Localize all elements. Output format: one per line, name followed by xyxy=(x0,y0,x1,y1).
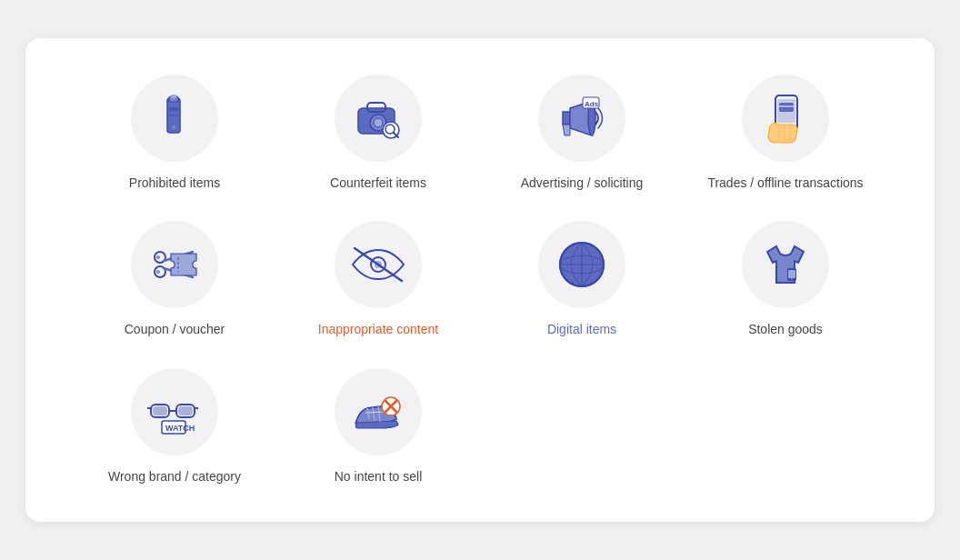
nointent-icon xyxy=(349,388,407,435)
label-trades: Trades / offline transactions xyxy=(707,175,863,193)
icon-circle-counterfeit xyxy=(335,75,422,162)
prohibited-icon xyxy=(149,91,200,145)
label-inappropriate: Inappropriate content xyxy=(318,321,438,339)
icon-circle-inappropriate xyxy=(335,221,422,308)
stolen-icon xyxy=(758,237,813,292)
icon-circle-trades xyxy=(742,75,829,162)
label-no-intent: No intent to sell xyxy=(335,468,423,486)
svg-rect-47 xyxy=(153,406,167,415)
label-prohibited-items: Prohibited items xyxy=(129,175,220,193)
svg-point-41 xyxy=(791,278,793,280)
icon-circle-prohibited xyxy=(131,75,218,162)
icon-circle-wrong-brand: WATCH xyxy=(131,368,218,455)
svg-point-26 xyxy=(156,255,160,259)
item-advertising[interactable]: Ads Advertising / soliciting xyxy=(487,75,676,193)
main-card: Prohibited items Counterfeit items xyxy=(25,38,935,523)
item-inappropriate[interactable]: Inappropriate content xyxy=(284,221,473,339)
item-no-intent[interactable]: No intent to sell xyxy=(284,368,473,486)
icon-circle-stolen xyxy=(742,221,829,308)
svg-point-5 xyxy=(172,125,175,129)
item-stolen[interactable]: Stolen goods xyxy=(691,221,880,339)
svg-text:Ads: Ads xyxy=(585,100,599,108)
item-trades[interactable]: Trades / offline transactions xyxy=(691,75,880,193)
svg-line-33 xyxy=(355,248,402,281)
trades-icon xyxy=(761,92,810,145)
label-wrong-brand: Wrong brand / category xyxy=(108,468,241,486)
svg-rect-40 xyxy=(788,270,795,278)
svg-rect-4 xyxy=(169,115,178,116)
svg-text:WATCH: WATCH xyxy=(165,424,195,433)
svg-rect-3 xyxy=(169,107,178,111)
label-advertising: Advertising / soliciting xyxy=(521,175,644,193)
label-counterfeit-items: Counterfeit items xyxy=(330,175,426,193)
item-counterfeit-items[interactable]: Counterfeit items xyxy=(284,75,473,193)
counterfeit-icon xyxy=(351,95,405,141)
svg-point-9 xyxy=(374,118,383,127)
svg-point-27 xyxy=(156,270,160,274)
wrongbrand-icon: WATCH xyxy=(145,386,204,437)
item-coupon[interactable]: Coupon / voucher xyxy=(80,221,269,339)
item-prohibited-items[interactable]: Prohibited items xyxy=(80,75,269,193)
advertising-icon: Ads xyxy=(555,94,608,143)
item-wrong-brand[interactable]: WATCH Wrong brand / category xyxy=(80,368,269,486)
svg-rect-2 xyxy=(171,95,176,98)
label-digital: Digital items xyxy=(547,321,616,339)
inappropriate-icon xyxy=(349,243,407,286)
label-stolen: Stolen goods xyxy=(748,321,823,339)
icon-circle-digital xyxy=(538,221,625,308)
coupon-icon xyxy=(145,241,204,288)
item-digital[interactable]: Digital items xyxy=(487,221,676,339)
icon-circle-advertising: Ads xyxy=(538,75,625,162)
icon-circle-no-intent xyxy=(335,368,422,455)
label-coupon: Coupon / voucher xyxy=(125,321,225,339)
digital-icon xyxy=(555,237,609,292)
category-grid: Prohibited items Counterfeit items xyxy=(80,75,880,486)
svg-rect-19 xyxy=(779,103,794,112)
icon-circle-coupon xyxy=(131,221,218,308)
svg-rect-48 xyxy=(178,406,193,415)
